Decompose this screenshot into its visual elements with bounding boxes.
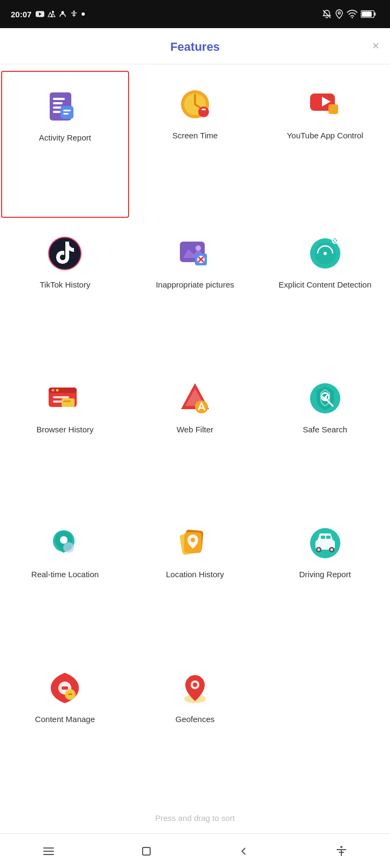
safe-search-icon (306, 379, 345, 418)
nav-bar (0, 833, 390, 868)
geofences-icon (176, 669, 214, 707)
svg-rect-28 (201, 109, 206, 110)
feature-item-tiktok-history[interactable]: TikTok History (0, 219, 130, 364)
svg-point-85 (193, 683, 197, 687)
browser-history-icon (45, 379, 84, 418)
screen-time-label: Screen Time (172, 130, 218, 141)
feature-item-browser-history[interactable]: Browser History (0, 364, 130, 509)
explicit-content-detection-label: Explicit Content Detection (279, 279, 372, 290)
feature-item-content-manage[interactable]: Content Manage (0, 653, 130, 798)
svg-rect-31 (328, 104, 338, 114)
web-filter-label: Web Filter (177, 424, 213, 435)
svg-point-66 (66, 545, 71, 550)
svg-point-49 (52, 389, 55, 392)
nav-back-icon[interactable] (232, 839, 255, 863)
page-title: Features (170, 40, 220, 54)
svg-point-6 (73, 11, 75, 12)
screen-time-icon (176, 85, 214, 124)
feature-item-activity-report[interactable]: Activity Report (1, 71, 129, 218)
feature-item-inappropriate-pictures[interactable]: Inappropriate pictures (130, 219, 260, 364)
nav-menu-icon[interactable] (37, 839, 60, 863)
svg-rect-22 (60, 106, 73, 119)
svg-rect-53 (62, 398, 75, 407)
svg-rect-78 (326, 536, 331, 539)
svg-point-10 (82, 12, 85, 16)
feature-item-geofences[interactable]: Geofences (130, 653, 260, 798)
svg-point-50 (56, 389, 59, 392)
svg-point-75 (317, 549, 320, 551)
realtime-location-icon (45, 524, 84, 563)
feature-item-driving-report[interactable]: Driving Report (260, 509, 390, 653)
content-manage-icon (45, 669, 84, 707)
safe-search-label: Safe Search (302, 424, 347, 435)
svg-rect-82 (68, 693, 72, 695)
feature-item-screen-time[interactable]: Screen Time (130, 70, 260, 219)
status-right-icons (322, 9, 379, 19)
bottom-hint: Press and drag to sort (0, 804, 390, 833)
feature-item-explicit-content-detection[interactable]: Explicit Content Detection (260, 219, 390, 364)
youtube-app-control-icon (306, 85, 345, 124)
svg-point-13 (352, 17, 353, 18)
svg-rect-19 (53, 102, 63, 104)
status-bar: 20:07 (0, 0, 390, 28)
svg-point-12 (338, 12, 340, 14)
svg-marker-2 (48, 12, 52, 17)
browser-history-label: Browser History (36, 424, 93, 435)
location-history-label: Location History (166, 569, 224, 580)
explicit-content-detection-icon (306, 234, 345, 273)
svg-rect-24 (63, 113, 69, 115)
svg-rect-80 (62, 686, 68, 690)
feature-item-safe-search[interactable]: Safe Search (260, 364, 390, 509)
svg-point-35 (196, 245, 201, 251)
svg-point-70 (191, 538, 195, 542)
features-grid: Activity Report Screen Time YouTube App … (0, 64, 390, 804)
feature-item-location-history[interactable]: Location History (130, 509, 260, 653)
svg-rect-89 (143, 847, 150, 855)
header: Features × (0, 28, 390, 64)
svg-rect-21 (53, 111, 60, 113)
driving-report-icon (306, 524, 345, 563)
location-history-icon (176, 524, 214, 563)
svg-rect-23 (63, 110, 71, 111)
tiktok-history-icon (45, 234, 84, 273)
driving-report-label: Driving Report (299, 569, 351, 580)
geofences-label: Geofences (176, 714, 215, 725)
realtime-location-label: Real-time Location (31, 569, 99, 580)
svg-rect-18 (53, 98, 65, 100)
feature-item-realtime-location[interactable]: Real-time Location (0, 509, 130, 653)
web-filter-icon (176, 379, 214, 418)
content-manage-label: Content Manage (35, 714, 95, 725)
svg-point-27 (198, 106, 209, 117)
activity-report-icon (45, 87, 84, 126)
main-content: Features × Activity Report Screen Time Y… (0, 28, 390, 833)
tiktok-history-label: TikTok History (40, 279, 91, 290)
nav-home-icon[interactable] (135, 839, 158, 863)
feature-item-youtube-app-control[interactable]: YouTube App Control (260, 70, 390, 219)
status-icons (36, 10, 85, 18)
svg-rect-15 (374, 12, 376, 16)
svg-point-4 (52, 11, 54, 13)
svg-rect-77 (321, 536, 325, 539)
status-time: 20:07 (11, 10, 31, 19)
inappropriate-pictures-label: Inappropriate pictures (156, 279, 234, 290)
nav-accessibility-icon[interactable] (330, 839, 353, 863)
svg-rect-51 (53, 396, 69, 398)
svg-point-5 (62, 11, 64, 14)
svg-point-90 (340, 846, 342, 848)
svg-rect-16 (362, 11, 372, 17)
inappropriate-pictures-icon (176, 234, 214, 273)
svg-point-42 (324, 252, 327, 255)
close-button[interactable]: × (372, 40, 379, 52)
youtube-app-control-label: YouTube App Control (287, 130, 364, 141)
svg-rect-54 (63, 400, 71, 402)
feature-item-web-filter[interactable]: Web Filter (130, 364, 260, 509)
svg-point-76 (330, 549, 333, 551)
activity-report-label: Activity Report (39, 132, 91, 143)
